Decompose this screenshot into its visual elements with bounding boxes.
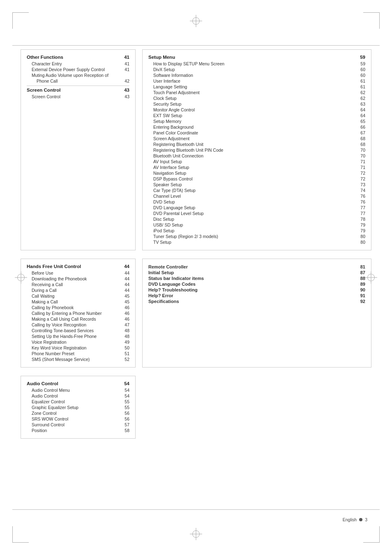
screen-control-title: Screen Control — [27, 88, 60, 92]
entry-page: 48 — [121, 328, 129, 333]
setup-menu-page: 59 — [360, 55, 365, 60]
toc-entry: Before Use44 — [27, 270, 129, 276]
toc-entry: Tuner Setup (Region 2/ 3 models)80 — [148, 234, 365, 239]
entry-page: 48 — [121, 334, 129, 339]
crosshair-bottom — [192, 530, 200, 538]
toc-entry: Setup Memory65 — [148, 118, 365, 124]
toc-entry: EXT SW Setup64 — [148, 113, 365, 118]
toc-entry: DVD Language Setup77 — [148, 205, 365, 210]
toc-entry: Registering Bluetooth Unit68 — [148, 141, 365, 147]
entry-page: 67 — [357, 130, 365, 135]
audio-control-box: Audio Control 54 Audio Control Menu54Aud… — [21, 376, 136, 439]
entry-label: Calling by Voice Recognition — [32, 322, 118, 327]
toc-entry: Calling by Voice Recognition47 — [27, 322, 129, 328]
footer-text: English — [343, 517, 357, 522]
entry-label: External Device Power Supply Control — [32, 67, 118, 72]
main-content: Other Functions 41 Character Entry 41 Ex… — [21, 49, 371, 506]
entry-page: 65 — [357, 119, 365, 124]
entry-label: Before Use — [32, 271, 118, 275]
entry-page: 72 — [357, 176, 365, 181]
entry-label: Touch Panel Adjustment — [153, 90, 354, 95]
entry-label: DVD Parental Level Setup — [153, 211, 354, 216]
entry-page: 58 — [121, 428, 129, 433]
entry-label: Calling by Phonebook — [32, 305, 118, 310]
screen-control-page: 43 — [124, 88, 129, 92]
entry-page: 68 — [357, 142, 365, 147]
entry-label: EXT SW Setup — [153, 113, 354, 118]
toc-entry: DivX Setup60 — [148, 67, 365, 72]
footer: English 3 — [343, 517, 367, 522]
entry-label: Audio Control — [32, 393, 118, 398]
entry-page: 76 — [357, 194, 365, 199]
entry-label: DVD Language Setup — [153, 205, 354, 210]
entry-page: 68 — [357, 136, 365, 141]
entry-page: 91 — [357, 293, 365, 298]
row3-spacer — [142, 376, 371, 439]
entry-page: 50 — [121, 345, 129, 350]
entry-label: Language Setting — [153, 84, 354, 89]
entry-label: Phone Number Preset — [32, 351, 118, 356]
entry-page: 46 — [121, 305, 129, 310]
toc-entry: Voice Registration49 — [27, 339, 129, 345]
entry-label: DVD Setup — [153, 199, 354, 204]
bottom-rule — [12, 509, 380, 510]
entry-label: Setting Up the Hands-Free Phone — [32, 334, 118, 339]
corner-mark-bl — [12, 526, 29, 543]
toc-entry: DVD Parental Level Setup77 — [148, 210, 365, 216]
entry-page: 77 — [357, 211, 365, 216]
entry-page: 49 — [121, 340, 129, 345]
setup-menu-header: Setup Menu 59 — [148, 55, 365, 60]
toc-entry: AV Input Setup71 — [148, 159, 365, 164]
toc-entry: AV Interface Setup71 — [148, 164, 365, 170]
toc-entry: SRS WOW Control56 — [27, 416, 129, 422]
toc-entry: Entering Background66 — [148, 124, 365, 130]
entry-page: 73 — [357, 182, 365, 187]
entry-label: Software Information — [153, 73, 354, 78]
entry-page: 71 — [357, 159, 365, 164]
entry-page: 79 — [357, 228, 365, 233]
entry-page: 45 — [121, 299, 129, 304]
other-functions-header: Other Functions 41 — [27, 55, 129, 60]
toc-entry: Muting Audio Volume upon Reception of — [27, 72, 129, 78]
entry-page: 59 — [357, 61, 365, 66]
toc-entry: Calling by Phonebook46 — [27, 305, 129, 310]
entry-page: 66 — [357, 125, 365, 130]
entry-page: 81 — [357, 264, 365, 269]
entry-label: Equalizer Control — [32, 399, 118, 404]
entry-page: 45 — [121, 294, 129, 298]
entry-page: 56 — [121, 416, 129, 421]
toc-entry: Equalizer Control55 — [27, 399, 129, 405]
toc-entry: Making a Call45 — [27, 299, 129, 305]
toc-entry: USB/ SD Setup79 — [148, 222, 365, 228]
entry-label: User Interface — [153, 79, 354, 83]
toc-entry: Calling by Entering a Phone Number46 — [27, 310, 129, 316]
row-3: Audio Control 54 Audio Control Menu54Aud… — [21, 376, 371, 439]
toc-entry: Setting Up the Hands-Free Phone48 — [27, 333, 129, 339]
entry-page: 77 — [357, 205, 365, 210]
entry-label: Help? Troubleshooting — [148, 287, 354, 292]
entry-page: 55 — [121, 405, 129, 410]
entry-page: 80 — [357, 234, 365, 239]
entry-label: Call Waiting — [32, 294, 118, 298]
entry-page: 41 — [121, 61, 129, 66]
entry-label: Monitor Angle Control — [153, 107, 354, 112]
toc-entry: DSP Bypass Control72 — [148, 176, 365, 182]
entry-page: 54 — [121, 393, 129, 398]
other-functions-page: 41 — [124, 55, 129, 60]
hands-free-page: 44 — [124, 264, 129, 269]
toc-entry: Screen Adjustment68 — [148, 136, 365, 141]
setup-menu-box: Setup Menu 59 How to Display SETUP Menu … — [142, 49, 371, 250]
entry-label: USB/ SD Setup — [153, 222, 354, 227]
row-1: Other Functions 41 Character Entry 41 Ex… — [21, 49, 371, 250]
toc-entry: Clock Setup62 — [148, 95, 365, 101]
toc-entry: User Interface61 — [148, 78, 365, 84]
entry-label: Surround Control — [32, 422, 118, 427]
entry-label: Clock Setup — [153, 96, 354, 101]
entry-label: How to Display SETUP Menu Screen — [153, 61, 354, 66]
toc-entry: Character Entry 41 — [27, 61, 129, 67]
entry-page: 61 — [357, 84, 365, 89]
entry-page: 76 — [357, 199, 365, 204]
toc-entry: Remote Controller81 — [148, 264, 365, 270]
toc-entry: TV Setup80 — [148, 239, 365, 245]
toc-entry: iPod Setup79 — [148, 228, 365, 234]
